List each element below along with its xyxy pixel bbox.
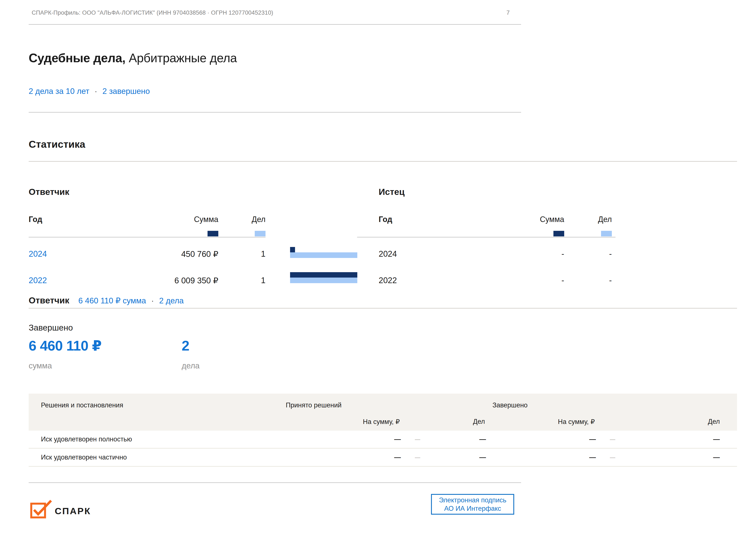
completed-sum-header: На сумму, ₽ bbox=[558, 418, 595, 426]
decision-row-label: Иск удовлетворен полностью bbox=[41, 435, 132, 443]
electronic-signature-button[interactable]: Электронная подпись АО ИА Интерфакс bbox=[431, 494, 514, 515]
document-header-title: СПАРК-Профиль: ООО "АЛЬФА-ЛОГИСТИК" (ИНН… bbox=[32, 10, 273, 16]
plaintiff-year: 2024 bbox=[379, 249, 397, 259]
plaintiff-year: 2022 bbox=[379, 276, 397, 285]
defendant-sum-value: 6 009 350 ₽ bbox=[154, 276, 218, 285]
cases-bar bbox=[290, 278, 357, 283]
defendant-heading: Ответчик bbox=[29, 187, 69, 197]
page-title-bold: Судебные дела, bbox=[29, 51, 125, 65]
defendant-year-link[interactable]: 2022 bbox=[29, 276, 47, 285]
plaintiff-heading: Истец bbox=[379, 187, 405, 197]
page-number: 7 bbox=[506, 10, 510, 16]
defendant-bar-group-2022 bbox=[290, 272, 357, 283]
cases-summary-links: 2 дела за 10 лет · 2 завершено bbox=[29, 87, 150, 96]
defendant-year-link[interactable]: 2024 bbox=[29, 249, 47, 259]
footer-divider bbox=[29, 482, 521, 483]
decision-row-label: Иск удовлетворен частично bbox=[41, 453, 127, 461]
defendant-col-sum: Сумма bbox=[175, 215, 218, 224]
cases-legend-swatch bbox=[601, 231, 612, 237]
completed-sum-extra-dash: — bbox=[610, 436, 615, 443]
plaintiff-sum-value: - bbox=[521, 276, 564, 285]
statistics-divider bbox=[29, 161, 737, 162]
completed-sum-dash: — bbox=[589, 453, 596, 461]
completed-cases-caption: дела bbox=[182, 361, 200, 370]
signature-line1: Электронная подпись bbox=[439, 496, 506, 504]
spark-logo-text: СПАРК bbox=[55, 506, 91, 516]
sum-bar bbox=[290, 272, 357, 278]
header-divider bbox=[29, 24, 521, 25]
completed-cases-dash: — bbox=[713, 453, 720, 461]
cases-bar bbox=[290, 252, 357, 258]
completed-cases-header: Дел bbox=[708, 418, 720, 425]
title-divider bbox=[29, 112, 521, 113]
decisions-table-header: Решения и постановления Принято решений … bbox=[29, 394, 737, 431]
plaintiff-col-sum: Сумма bbox=[521, 215, 564, 224]
plaintiff-col-year: Год bbox=[379, 215, 392, 224]
statistics-heading: Статистика bbox=[29, 138, 85, 150]
completed-sum-dash: — bbox=[589, 435, 596, 443]
defendant-col-cases: Дел bbox=[233, 215, 265, 224]
accepted-sum-extra-dash: — bbox=[415, 454, 420, 461]
defendant-cases-value: 1 bbox=[233, 276, 265, 285]
defendant-col-year: Год bbox=[29, 215, 42, 224]
defendant-sum-link[interactable]: 6 460 110 ₽ сумма bbox=[78, 296, 146, 305]
page-title-regular: Арбитражные дела bbox=[125, 51, 237, 65]
group-accepted-header: Принято решений bbox=[286, 401, 341, 409]
defendant-summary: Ответчик 6 460 110 ₽ сумма · 2 дела bbox=[29, 295, 184, 306]
spark-logo: СПАРК bbox=[30, 499, 91, 519]
sum-legend-swatch bbox=[554, 231, 564, 237]
signature-line2: АО ИА Интерфакс bbox=[444, 504, 501, 513]
page-title: Судебные дела, Арбитражные дела bbox=[29, 51, 237, 65]
accepted-cases-dash: — bbox=[479, 453, 486, 461]
defendant-header-underline bbox=[29, 237, 265, 238]
defendant-cases-link[interactable]: 2 дела bbox=[159, 296, 184, 305]
summary-divider bbox=[29, 308, 737, 309]
accepted-sum-extra-dash: — bbox=[415, 436, 420, 443]
plaintiff-cases-value: - bbox=[580, 249, 612, 259]
accepted-cases-header: Дел bbox=[473, 418, 485, 425]
completed-sum-extra-dash: — bbox=[610, 454, 615, 461]
accepted-sum-header: На сумму, ₽ bbox=[363, 418, 400, 426]
completed-cases-dash: — bbox=[713, 435, 720, 443]
spark-report-page: СПАРК-Профиль: ООО "АЛЬФА-ЛОГИСТИК" (ИНН… bbox=[0, 0, 756, 534]
decisions-label-header: Решения и постановления bbox=[41, 401, 123, 409]
completed-sum-value: 6 460 110 ₽ bbox=[29, 338, 101, 354]
spark-checkbox-icon bbox=[30, 499, 53, 519]
sum-legend-swatch bbox=[207, 231, 218, 237]
completed-label: Завершено bbox=[29, 323, 73, 332]
decisions-table-row: Иск удовлетворен полностью — — — — — — bbox=[29, 431, 737, 449]
cases-count-link[interactable]: 2 дела за 10 лет bbox=[29, 87, 89, 96]
links-separator: · bbox=[92, 87, 100, 96]
accepted-sum-dash: — bbox=[394, 435, 401, 443]
sum-bar bbox=[290, 247, 295, 252]
plaintiff-cases-value: - bbox=[580, 276, 612, 285]
defendant-bar-group-2024 bbox=[290, 247, 357, 258]
plaintiff-col-cases: Дел bbox=[580, 215, 612, 224]
group-completed-header: Завершено bbox=[493, 401, 527, 409]
plaintiff-sum-value: - bbox=[521, 249, 564, 259]
defendant-cases-value: 1 bbox=[233, 249, 265, 259]
accepted-cases-dash: — bbox=[479, 435, 486, 443]
completed-cases-value: 2 bbox=[182, 338, 189, 354]
cases-legend-swatch bbox=[255, 231, 265, 237]
defendant-summary-heading: Ответчик bbox=[29, 295, 69, 306]
completed-sum-caption: сумма bbox=[29, 361, 52, 370]
accepted-sum-dash: — bbox=[394, 453, 401, 461]
plaintiff-header-underline bbox=[357, 237, 615, 238]
decisions-table-row: Иск удовлетворен частично — — — — — — bbox=[29, 449, 737, 467]
finished-count-link[interactable]: 2 завершено bbox=[102, 87, 150, 96]
summary-separator: · bbox=[148, 296, 157, 305]
defendant-sum-value: 450 760 ₽ bbox=[154, 249, 218, 259]
decisions-table: Решения и постановления Принято решений … bbox=[29, 394, 737, 467]
